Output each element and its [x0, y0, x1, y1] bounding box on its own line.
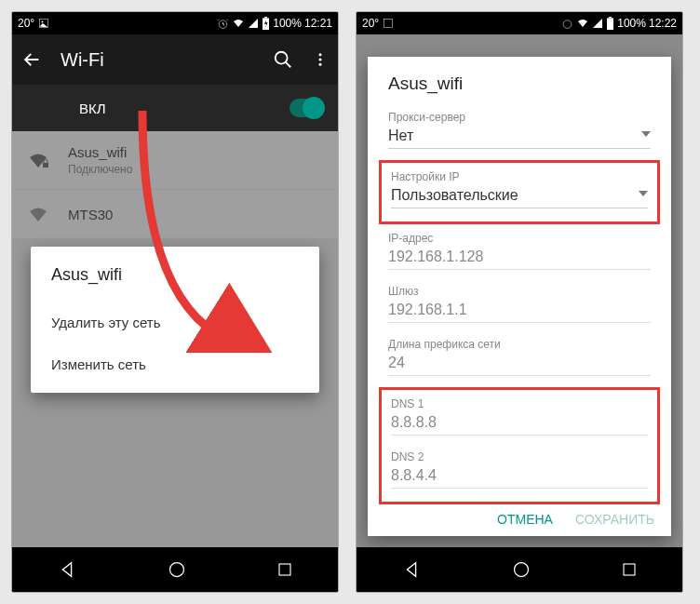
dialog-title: Asus_wifi [368, 74, 671, 105]
svg-rect-4 [264, 17, 267, 18]
svg-point-6 [319, 53, 322, 56]
nav-home-icon[interactable] [168, 560, 186, 579]
nav-recent-icon[interactable] [621, 561, 638, 578]
cancel-button[interactable]: ОТМЕНА [497, 512, 553, 527]
wifi-icon [232, 18, 245, 29]
battery-percent: 100% [617, 17, 646, 30]
proxy-field[interactable]: Прокси-сервер Нет [368, 105, 671, 158]
battery-charging-icon [262, 17, 270, 30]
highlight-ip-settings: Настройки IP Пользовательские [379, 160, 660, 224]
clock: 12:21 [304, 17, 332, 30]
chevron-down-icon [641, 131, 651, 137]
ip-address-value: 192.168.1.128 [388, 248, 651, 270]
prefix-field[interactable]: Длина префикса сети 24 [368, 332, 671, 385]
dns1-label: DNS 1 [391, 397, 648, 410]
svg-point-5 [276, 52, 288, 64]
dns1-value: 8.8.8.8 [391, 414, 648, 436]
back-arrow-icon[interactable] [21, 49, 42, 70]
svg-point-16 [514, 563, 528, 577]
signal-icon [592, 18, 603, 29]
svg-point-13 [563, 20, 572, 28]
prefix-value: 24 [388, 355, 651, 376]
temperature: 20° [18, 17, 34, 30]
gateway-label: Шлюз [388, 285, 651, 298]
highlight-dns: DNS 1 8.8.8.8 DNS 2 8.8.4.4 [379, 387, 660, 504]
status-bar: 20° 100% 12:21 [12, 12, 338, 34]
svg-rect-12 [384, 20, 393, 28]
android-navbar [12, 547, 338, 592]
ip-address-field[interactable]: IP-адрес 192.168.1.128 [368, 226, 671, 279]
svg-point-7 [319, 59, 322, 61]
status-bar: 20° 100% 12:22 [357, 12, 682, 34]
svg-point-10 [169, 563, 183, 577]
prefix-label: Длина префикса сети [388, 338, 651, 351]
ip-settings-value: Пользовательские [391, 187, 518, 203]
nav-back-icon[interactable] [57, 559, 77, 580]
toolbar-title: Wi-Fi [61, 49, 254, 71]
proxy-value: Нет [388, 128, 413, 143]
wifi-icon [576, 18, 589, 29]
toolbar: Wi-Fi [12, 34, 338, 85]
svg-rect-15 [609, 17, 612, 18]
ip-settings-label: Настройки IP [391, 170, 648, 183]
svg-point-8 [319, 63, 322, 66]
picture-icon [383, 18, 394, 29]
context-menu-title: Asus_wifi [51, 265, 299, 285]
overflow-menu-icon[interactable] [312, 49, 329, 70]
dns2-value: 8.8.4.4 [391, 467, 648, 489]
proxy-label: Прокси-сервер [388, 111, 651, 124]
svg-rect-11 [279, 564, 290, 575]
svg-point-1 [42, 21, 44, 23]
dialog-actions: ОТМЕНА СОХРАНИТЬ [497, 512, 654, 527]
menu-item-forget[interactable]: Удалить эту сеть [51, 302, 299, 343]
signal-icon [248, 18, 259, 29]
svg-rect-14 [607, 18, 613, 30]
alarm-icon [217, 18, 229, 30]
nav-recent-icon[interactable] [276, 561, 293, 578]
ip-settings-field[interactable]: Настройки IP Пользовательские [391, 165, 648, 218]
phone-left: 20° 100% 12:21 Wi-Fi ВКЛ Asus_wifi Подкл… [11, 11, 339, 593]
gateway-value: 192.168.1.1 [388, 302, 651, 323]
phone-right: 20° 100% 12:22 Asus_wifi Прокси-сервер Н… [356, 11, 683, 593]
ip-address-label: IP-адрес [388, 232, 651, 245]
battery-percent: 100% [273, 17, 302, 30]
wifi-context-menu: Asus_wifi Удалить эту сеть Изменить сеть [31, 247, 319, 393]
dns2-field[interactable]: DNS 2 8.8.4.4 [391, 445, 648, 498]
android-navbar [357, 547, 682, 592]
save-button[interactable]: СОХРАНИТЬ [575, 512, 654, 527]
chevron-down-icon [639, 191, 648, 196]
svg-rect-17 [624, 564, 635, 575]
clock: 12:22 [649, 17, 677, 30]
dns2-label: DNS 2 [391, 450, 648, 463]
svg-rect-3 [262, 18, 269, 30]
gateway-field[interactable]: Шлюз 192.168.1.1 [368, 279, 671, 332]
dns1-field[interactable]: DNS 1 8.8.8.8 [391, 392, 648, 445]
wifi-on-label: ВКЛ [79, 101, 106, 116]
wifi-toggle[interactable] [289, 99, 323, 117]
picture-icon [38, 18, 49, 29]
wifi-subheader: ВКЛ [12, 85, 338, 131]
nav-home-icon[interactable] [512, 560, 531, 579]
menu-item-modify[interactable]: Изменить сеть [51, 343, 299, 385]
alarm-icon [561, 18, 573, 30]
battery-charging-icon [606, 17, 614, 30]
nav-back-icon[interactable] [401, 559, 422, 580]
wifi-edit-dialog: Asus_wifi Прокси-сервер Нет Настройки IP… [368, 57, 671, 536]
search-icon[interactable] [273, 49, 293, 70]
temperature: 20° [362, 17, 379, 30]
